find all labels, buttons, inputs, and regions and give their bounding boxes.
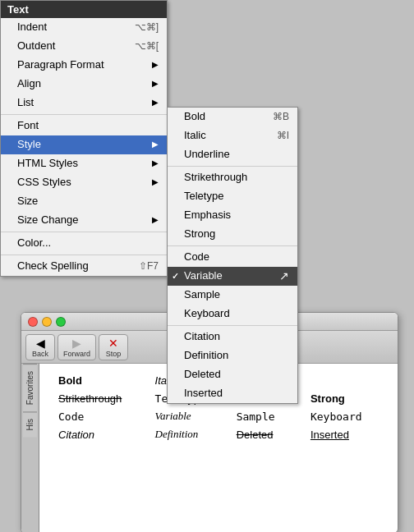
- style-citation-cell: Citation: [52, 425, 149, 443]
- submenu-item-citation[interactable]: Citation: [168, 328, 297, 346]
- submenu-item-inserted[interactable]: Inserted: [168, 384, 297, 403]
- cursor-icon: ↗: [279, 268, 289, 283]
- align-label: Align: [17, 76, 41, 91]
- list-label: List: [17, 95, 34, 110]
- close-button[interactable]: [28, 317, 38, 327]
- back-label: Back: [32, 350, 48, 358]
- outdent-label: Outdent: [17, 39, 55, 53]
- browser-sidebar: Favorites His: [21, 364, 39, 532]
- submenu-item-italic[interactable]: Italic ⌘I: [168, 126, 297, 145]
- style-inserted-cell: Inserted: [304, 425, 385, 443]
- style-variable-cell: Variable: [149, 407, 230, 425]
- italic-shortcut: ⌘I: [277, 128, 289, 143]
- font-label: Font: [17, 118, 39, 133]
- menu-item-style[interactable]: Style ▶: [1, 135, 167, 154]
- style-bold-cell: Bold: [52, 372, 149, 389]
- style-strikethrough-cell: Strikethrough: [52, 389, 149, 407]
- table-row: Code Variable Sample Keyboard: [52, 407, 385, 425]
- css-styles-label: CSS Styles: [17, 175, 71, 190]
- html-styles-arrow: ▶: [152, 156, 159, 171]
- back-button[interactable]: ◀ Back: [25, 334, 55, 360]
- menu-item-indent[interactable]: Indent ⌥⌘]: [1, 18, 167, 37]
- style-code-cell: Code: [52, 407, 149, 425]
- separator-1: [1, 114, 167, 115]
- size-label: Size: [17, 194, 38, 209]
- style-keyboard-cell: Keyboard: [304, 407, 385, 425]
- stop-icon: ✕: [108, 337, 118, 350]
- style-label: Style: [17, 137, 41, 152]
- menu-item-font[interactable]: Font: [1, 117, 167, 135]
- paragraph-format-label: Paragraph Format: [17, 57, 104, 72]
- style-sample-cell: Sample: [230, 407, 304, 425]
- definition-label: Definition: [184, 348, 228, 363]
- indent-shortcut: ⌥⌘]: [135, 20, 159, 34]
- menu-item-color[interactable]: Color...: [1, 234, 167, 253]
- list-arrow: ▶: [152, 95, 159, 110]
- inserted-label: Inserted: [184, 386, 223, 401]
- menu-item-css-styles[interactable]: CSS Styles ▶: [1, 173, 167, 192]
- strong-label: Strong: [184, 227, 215, 241]
- code-label: Code: [184, 250, 209, 264]
- align-arrow: ▶: [152, 76, 159, 91]
- submenu-item-code[interactable]: Code: [168, 248, 297, 267]
- check-spelling-label: Check Spelling: [17, 259, 89, 273]
- submenu-item-variable[interactable]: ✓ Variable ↗: [168, 267, 297, 286]
- html-styles-label: HTML Styles: [17, 156, 78, 171]
- submenu-separator-1: [168, 166, 297, 167]
- style-strong-cell: Strong: [304, 389, 385, 407]
- history-tab[interactable]: His: [23, 411, 37, 437]
- variable-label: Variable: [184, 268, 223, 283]
- submenu-item-definition[interactable]: Definition: [168, 346, 297, 365]
- bold-label: Bold: [184, 109, 205, 124]
- menu-item-outdent[interactable]: Outdent ⌥⌘[: [1, 37, 167, 56]
- size-change-arrow: ▶: [152, 213, 159, 227]
- forward-button[interactable]: ▶ Forward: [58, 334, 96, 360]
- window-buttons: [28, 317, 66, 327]
- menu-item-size[interactable]: Size: [1, 192, 167, 211]
- submenu-item-keyboard[interactable]: Keyboard: [168, 305, 297, 323]
- menu-item-size-change[interactable]: Size Change ▶: [1, 211, 167, 230]
- citation-label: Citation: [184, 329, 220, 344]
- favorites-tab[interactable]: Favorites: [23, 364, 37, 411]
- menu-item-html-styles[interactable]: HTML Styles ▶: [1, 154, 167, 173]
- submenu-item-emphasis[interactable]: Emphasis: [168, 206, 297, 225]
- maximize-button[interactable]: [56, 317, 66, 327]
- style-empty-cell: [304, 372, 385, 389]
- table-row: Citation Definition Deleted Inserted: [52, 425, 385, 443]
- bold-shortcut: ⌘B: [273, 109, 289, 124]
- teletype-label: Teletype: [184, 189, 223, 204]
- style-definition-cell: Definition: [149, 425, 230, 443]
- style-submenu: Bold ⌘B Italic ⌘I Underline Strikethroug…: [167, 107, 298, 404]
- submenu-separator-3: [168, 325, 297, 326]
- menu-item-check-spelling[interactable]: Check Spelling ⇧F7: [1, 257, 167, 276]
- submenu-item-deleted[interactable]: Deleted: [168, 365, 297, 384]
- sample-label: Sample: [184, 287, 220, 302]
- forward-icon: ▶: [72, 337, 81, 350]
- keyboard-label: Keyboard: [184, 306, 230, 321]
- back-icon: ◀: [36, 337, 45, 350]
- submenu-item-underline[interactable]: Underline: [168, 145, 297, 164]
- minimize-button[interactable]: [42, 317, 52, 327]
- style-arrow: ▶: [152, 137, 159, 152]
- underline-label: Underline: [184, 147, 230, 162]
- stop-button[interactable]: ✕ Stop: [99, 334, 128, 360]
- forward-label: Forward: [63, 350, 90, 358]
- submenu-item-sample[interactable]: Sample: [168, 286, 297, 305]
- submenu-separator-2: [168, 245, 297, 246]
- submenu-item-bold[interactable]: Bold ⌘B: [168, 108, 297, 126]
- submenu-item-strikethrough[interactable]: Strikethrough: [168, 168, 297, 187]
- menu-item-align[interactable]: Align ▶: [1, 75, 167, 94]
- indent-label: Indent: [17, 20, 47, 34]
- variable-check-icon: ✓: [172, 268, 179, 283]
- menu-item-paragraph-format[interactable]: Paragraph Format ▶: [1, 56, 167, 75]
- separator-3: [1, 255, 167, 255]
- color-label: Color...: [17, 236, 51, 250]
- submenu-item-strong[interactable]: Strong: [168, 225, 297, 244]
- submenu-item-teletype[interactable]: Teletype: [168, 187, 297, 206]
- stop-label: Stop: [106, 350, 122, 358]
- size-change-label: Size Change: [17, 213, 78, 227]
- separator-2: [1, 232, 167, 232]
- check-spelling-shortcut: ⇧F7: [139, 259, 159, 273]
- paragraph-format-arrow: ▶: [152, 57, 159, 72]
- menu-item-list[interactable]: List ▶: [1, 94, 167, 112]
